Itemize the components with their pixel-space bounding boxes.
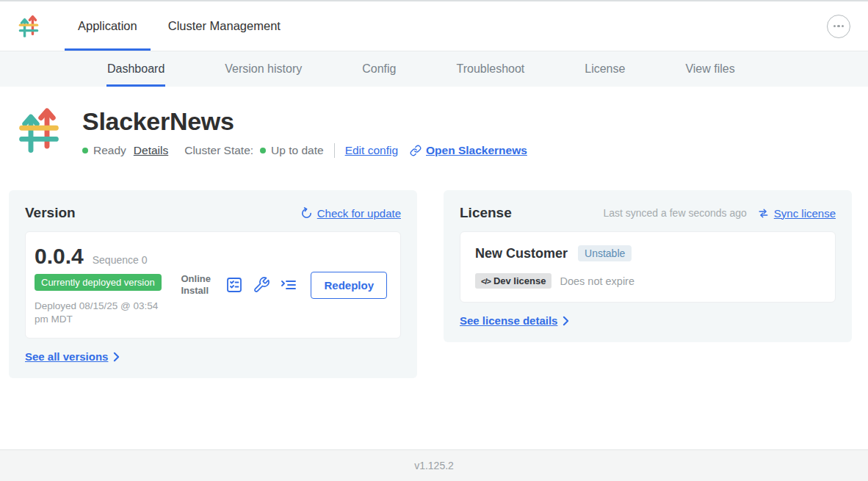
cluster-state-dot-icon [260,148,266,153]
license-type-badge: </> Dev license [475,273,551,289]
tab-application[interactable]: Application [65,1,151,51]
code-icon: </> [481,277,491,286]
subnav-item-config[interactable]: Config [361,51,397,87]
current-version-panel: 0.0.4 Sequence 0 Currently deployed vers… [25,231,401,339]
channel-badge: Unstable [578,245,632,261]
app-logo-icon [18,14,40,38]
see-license-details-link[interactable]: See license details [460,314,569,327]
top-navigation-bar: Application Cluster Management [0,1,868,51]
deployed-timestamp: Deployed 08/15/25 @ 03:54 pm MDT [35,300,170,326]
cluster-state-label: Cluster State: [184,144,253,157]
sync-arrows-icon [757,207,770,220]
see-all-versions-link[interactable]: See all versions [25,350,120,363]
currently-deployed-badge: Currently deployed version [35,274,162,291]
sync-license-label: Sync license [774,207,836,220]
link-chain-icon [410,145,422,156]
ellipsis-icon [833,25,836,27]
top-tabs: Application Cluster Management [65,1,294,51]
customer-name: New Customer [475,246,568,261]
license-card: License Last synced a few seconds ago [444,190,852,342]
open-slackernews-link[interactable]: Open Slackernews [410,144,527,157]
release-notes-icon[interactable] [225,276,243,294]
license-expiration: Does not expire [560,275,634,287]
license-type-label: Dev license [493,275,546,286]
edit-config-link[interactable]: Edit config [345,144,398,157]
divider [334,143,335,158]
app-logo-large-icon [16,106,62,154]
cluster-state-value: Up to date [271,144,324,157]
ready-status-text: Ready [93,144,126,157]
app-sub-navigation: Dashboard Version history Config Trouble… [0,51,868,87]
redeploy-button[interactable]: Redeploy [311,272,387,299]
version-number: 0.0.4 [35,244,84,269]
license-card-title: License [460,205,512,221]
app-status-row: Ready Details Cluster State: Up to date … [82,143,527,158]
version-card: Version Check for update [9,190,417,378]
app-header: SlackerNews Ready Details Cluster State:… [16,106,859,158]
license-details-panel: New Customer Unstable </> Dev license Do… [460,231,836,303]
console-version: v1.125.2 [414,460,454,471]
sync-license-link[interactable]: Sync license [757,207,836,220]
subnav-item-view-files[interactable]: View files [684,51,735,87]
install-type-label: Online Install [181,273,216,297]
refresh-icon [300,207,313,220]
subnav-item-troubleshoot[interactable]: Troubleshoot [455,51,525,87]
console-footer: v1.125.2 [0,449,868,481]
config-wrench-icon[interactable] [253,276,270,294]
check-for-update-label: Check for update [317,207,401,220]
chevron-right-icon [113,352,120,362]
ready-status-dot-icon [82,148,88,153]
last-synced-text: Last synced a few seconds ago [603,207,746,219]
page-title: SlackerNews [82,107,527,136]
tab-cluster-management[interactable]: Cluster Management [155,1,294,51]
see-all-versions-label: See all versions [25,350,108,363]
sequence-label: Sequence 0 [93,254,148,266]
status-details-link[interactable]: Details [134,144,168,157]
open-slackernews-label: Open Slackernews [426,144,527,157]
dashboard-main: SlackerNews Ready Details Cluster State:… [0,87,868,449]
see-license-details-label: See license details [460,314,557,327]
subnav-item-license[interactable]: License [584,51,626,87]
check-for-update-link[interactable]: Check for update [300,207,401,220]
dashboard-cards: Version Check for update [9,190,859,378]
deploy-logs-icon[interactable] [280,276,297,294]
edit-config-label: Edit config [345,144,398,157]
chevron-right-icon [563,316,569,326]
more-menu-button[interactable] [827,15,850,38]
subnav-item-version-history[interactable]: Version history [224,51,303,87]
version-card-title: Version [25,205,76,221]
subnav-item-dashboard[interactable]: Dashboard [106,51,165,87]
